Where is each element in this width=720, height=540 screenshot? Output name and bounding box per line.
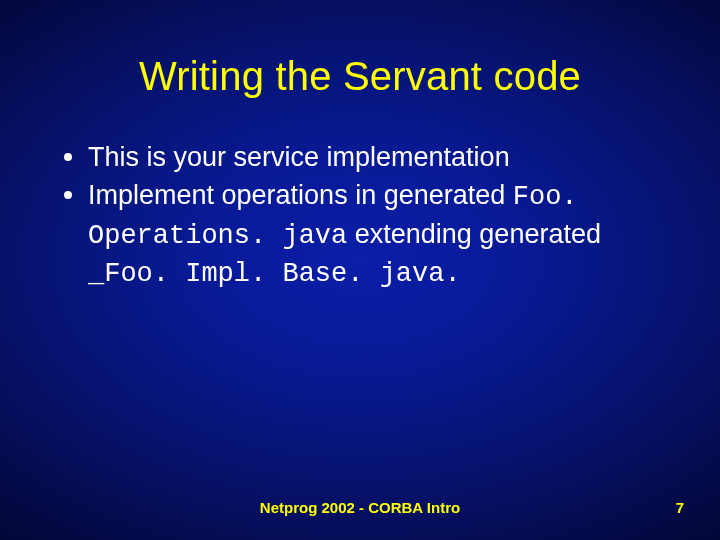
- slide-footer: Netprog 2002 - CORBA Intro 7: [0, 499, 720, 516]
- bullet-text: This is your service implementation: [88, 139, 656, 175]
- bullet-text-fragment: Implement operations in generated: [88, 180, 513, 210]
- footer-center-text: Netprog 2002 - CORBA Intro: [0, 499, 720, 516]
- bullet-text-fragment: extending generated: [347, 219, 601, 249]
- slide: Writing the Servant code This is your se…: [0, 0, 720, 540]
- bullet-text: Implement operations in generated Foo. O…: [88, 177, 656, 292]
- footer-page-number: 7: [676, 499, 684, 516]
- slide-body: This is your service implementation Impl…: [0, 99, 720, 293]
- bullet-item: This is your service implementation: [64, 139, 656, 175]
- bullet-item: Implement operations in generated Foo. O…: [64, 177, 656, 292]
- slide-title: Writing the Servant code: [0, 0, 720, 99]
- bullet-dot-icon: [64, 153, 72, 161]
- bullet-dot-icon: [64, 191, 72, 199]
- code-fragment: _Foo. Impl. Base. java.: [88, 259, 461, 289]
